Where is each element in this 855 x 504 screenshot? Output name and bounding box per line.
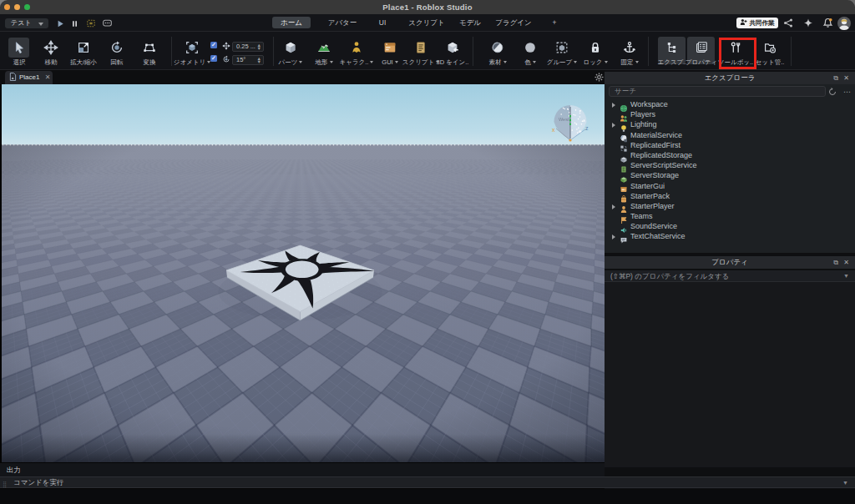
svg-text:z: z: [585, 125, 589, 131]
svg-text:West: West: [559, 117, 569, 122]
svg-text:x: x: [552, 127, 555, 133]
